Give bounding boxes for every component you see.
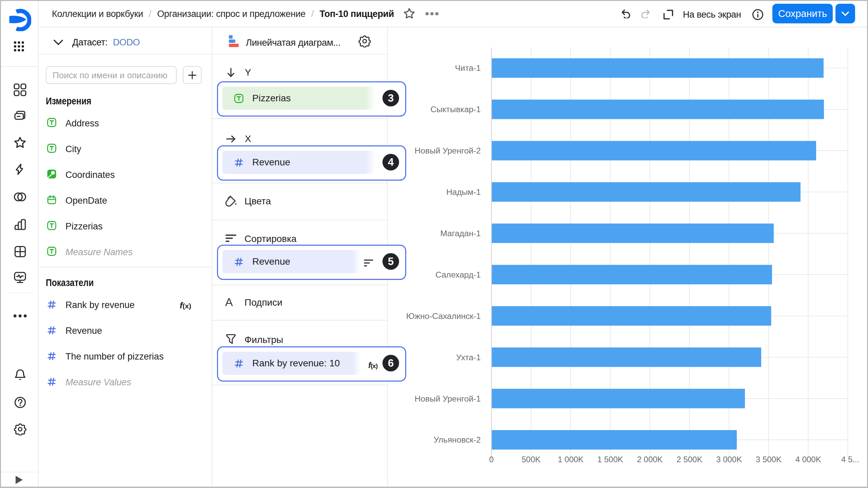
svg-text:2 000K: 2 000K [637, 455, 663, 464]
svg-text:Новый Уренгой-1: Новый Уренгой-1 [415, 394, 481, 403]
svg-text:Ухта-1: Ухта-1 [456, 353, 481, 362]
svg-text:4 5...: 4 5... [841, 455, 859, 464]
svg-text:Чита-1: Чита-1 [455, 63, 481, 73]
svg-text:Надым-1: Надым-1 [446, 187, 481, 197]
svg-text:1 000K: 1 000K [558, 455, 584, 464]
svg-text:Южно-Сахалинск-1: Южно-Сахалинск-1 [406, 311, 481, 321]
svg-text:Магадан-1: Магадан-1 [440, 229, 481, 238]
svg-text:0: 0 [489, 455, 494, 464]
svg-text:Салехард-1: Салехард-1 [435, 270, 481, 279]
svg-text:Новый Уренгой-2: Новый Уренгой-2 [415, 146, 481, 155]
svg-text:2 500K: 2 500K [676, 455, 702, 464]
svg-text:Сыктывкар-1: Сыктывкар-1 [431, 105, 481, 114]
svg-text:4 000K: 4 000K [795, 455, 821, 464]
svg-text:3 000K: 3 000K [716, 455, 742, 464]
svg-text:1 500K: 1 500K [597, 455, 623, 464]
svg-text:Ульяновск-2: Ульяновск-2 [434, 435, 481, 444]
svg-text:500K: 500K [521, 455, 540, 464]
svg-text:3 500K: 3 500K [756, 455, 782, 464]
